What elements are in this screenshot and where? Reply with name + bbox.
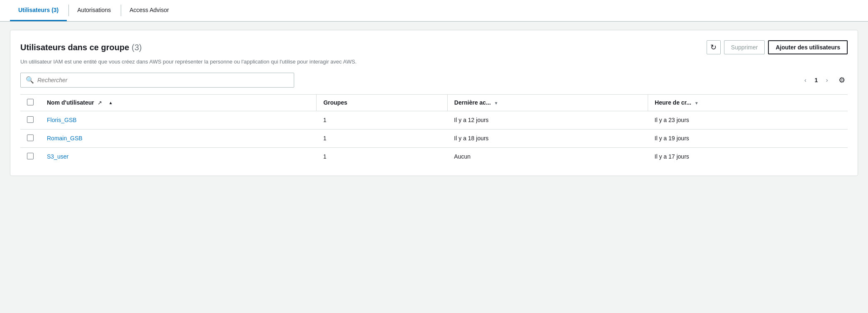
add-users-button[interactable]: Ajouter des utilisateurs [768, 40, 848, 54]
pagination-controls: ‹ 1 › ⚙ [800, 74, 848, 86]
sort-none-icon: ▼ [695, 101, 699, 105]
table-body: Floris_GSB 1 Il y a 12 jours Il y a 23 j… [20, 111, 848, 166]
main-content: Utilisateurs dans ce groupe (3) ↻ Suppri… [0, 22, 868, 184]
col-groups-label: Groupes [323, 99, 347, 106]
tab-autorisations[interactable]: Autorisations [69, 0, 119, 21]
external-link-icon: ↗︎ [98, 100, 102, 106]
card-header: Utilisateurs dans ce groupe (3) ↻ Suppri… [20, 40, 848, 54]
tabs-bar: Utilisateurs (3) Autorisations Access Ad… [0, 0, 868, 22]
delete-button-label: Supprimer [731, 44, 758, 51]
row3-last-access: Aucun [447, 147, 648, 166]
col-username-label: Nom d'utilisateur [47, 99, 94, 106]
tab-access-advisor-label: Access Advisor [129, 7, 169, 13]
tab-utilisateurs[interactable]: Utilisateurs (3) [10, 0, 67, 21]
row1-username-link[interactable]: Floris_GSB [47, 117, 77, 123]
row2-username: Romain_GSB [40, 129, 317, 147]
tab-access-advisor[interactable]: Access Advisor [121, 0, 177, 21]
search-icon: 🔍 [26, 76, 34, 84]
pagination-prev-button[interactable]: ‹ [800, 74, 811, 86]
row1-checkbox-cell [20, 111, 40, 129]
gear-icon: ⚙ [839, 76, 845, 85]
search-pagination-row: 🔍 ‹ 1 › ⚙ [20, 73, 848, 88]
row3-username: S3_user [40, 147, 317, 166]
select-all-header [20, 94, 40, 111]
table-row: Floris_GSB 1 Il y a 12 jours Il y a 23 j… [20, 111, 848, 129]
refresh-button[interactable]: ↻ [707, 40, 721, 54]
col-creation-time-label: Heure de cr... [655, 99, 691, 106]
row1-checkbox[interactable] [27, 116, 34, 123]
card-title-count: (3) [132, 43, 141, 52]
row3-checkbox[interactable] [27, 153, 34, 159]
row2-username-link[interactable]: Romain_GSB [47, 135, 83, 142]
search-bar[interactable]: 🔍 [20, 73, 294, 88]
refresh-icon: ↻ [710, 43, 717, 52]
tab-utilisateurs-count: (3) [51, 7, 59, 13]
delete-button[interactable]: Supprimer [724, 40, 765, 54]
row2-checkbox[interactable] [27, 134, 34, 141]
add-users-button-label: Ajouter des utilisateurs [775, 44, 840, 51]
table-header-row: Nom d'utilisateur ↗︎ ▲ Groupes Dernière … [20, 94, 848, 111]
row1-groups: 1 [317, 111, 447, 129]
row2-creation-time: Il y a 19 jours [648, 129, 848, 147]
col-last-access[interactable]: Dernière ac... ▼ [447, 94, 648, 111]
sort-asc-icon: ▲ [109, 100, 113, 105]
sort-desc-icon: ▼ [494, 101, 498, 105]
tab-utilisateurs-label: Utilisateurs [18, 7, 50, 13]
row3-checkbox-cell [20, 147, 40, 166]
table-row: Romain_GSB 1 Il y a 18 jours Il y a 19 j… [20, 129, 848, 147]
tab-autorisations-label: Autorisations [77, 7, 111, 13]
row3-groups: 1 [317, 147, 447, 166]
card-title-text: Utilisateurs dans ce groupe [20, 43, 129, 52]
col-username[interactable]: Nom d'utilisateur ↗︎ ▲ [40, 94, 317, 111]
row1-username: Floris_GSB [40, 111, 317, 129]
card-title: Utilisateurs dans ce groupe (3) [20, 43, 142, 52]
users-table: Nom d'utilisateur ↗︎ ▲ Groupes Dernière … [20, 94, 848, 166]
table-row: S3_user 1 Aucun Il y a 17 jours [20, 147, 848, 166]
row1-creation-time: Il y a 23 jours [648, 111, 848, 129]
row2-groups: 1 [317, 129, 447, 147]
table-header: Nom d'utilisateur ↗︎ ▲ Groupes Dernière … [20, 94, 848, 111]
description-text: Un utilisateur IAM est une entité que vo… [20, 58, 848, 66]
users-card: Utilisateurs dans ce groupe (3) ↻ Suppri… [10, 30, 858, 176]
row2-last-access: Il y a 18 jours [447, 129, 648, 147]
row1-last-access: Il y a 12 jours [447, 111, 648, 129]
settings-button[interactable]: ⚙ [836, 74, 848, 86]
col-creation-time[interactable]: Heure de cr... ▼ [648, 94, 848, 111]
pagination-current: 1 [814, 77, 818, 83]
row3-username-link[interactable]: S3_user [47, 153, 68, 160]
card-actions: ↻ Supprimer Ajouter des utilisateurs [707, 40, 848, 54]
col-groups: Groupes [317, 94, 447, 111]
row2-checkbox-cell [20, 129, 40, 147]
search-input[interactable] [37, 77, 289, 83]
col-last-access-label: Dernière ac... [454, 99, 491, 106]
select-all-checkbox[interactable] [27, 99, 34, 105]
pagination-next-button[interactable]: › [821, 74, 833, 86]
row3-creation-time: Il y a 17 jours [648, 147, 848, 166]
